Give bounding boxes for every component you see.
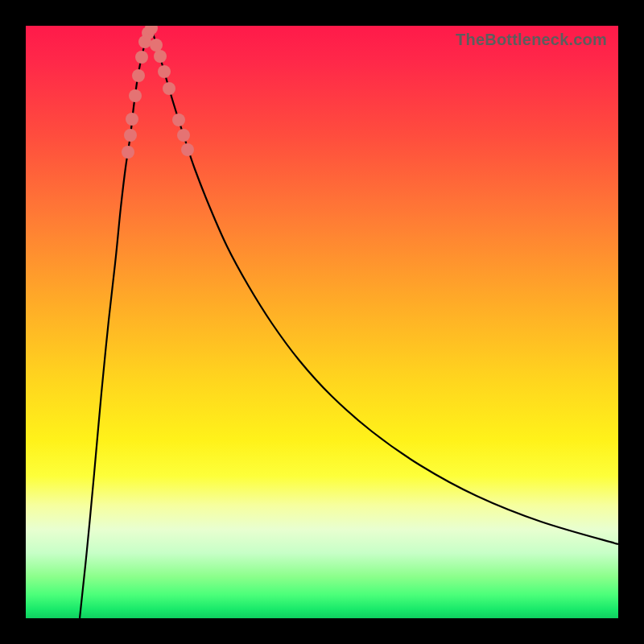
marker-dot <box>132 69 145 82</box>
marker-dot <box>172 114 185 126</box>
marker-dot <box>129 89 142 102</box>
marker-dot <box>124 129 137 142</box>
marker-dot <box>154 50 167 63</box>
marker-dot <box>177 129 190 142</box>
chart-frame: TheBottleneck.com <box>0 0 644 644</box>
marker-dot <box>122 146 134 159</box>
marker-dot <box>135 51 148 64</box>
left-branch-path <box>80 27 151 618</box>
marker-dot <box>126 113 138 126</box>
chart-svg <box>26 26 618 618</box>
marker-dot <box>150 39 163 52</box>
plot-area: TheBottleneck.com <box>26 26 618 618</box>
line-series <box>80 27 618 618</box>
marker-dot <box>163 82 175 95</box>
right-branch-path <box>151 27 618 544</box>
marker-dot <box>181 143 194 156</box>
marker-group <box>122 26 194 159</box>
marker-dot <box>158 65 171 78</box>
